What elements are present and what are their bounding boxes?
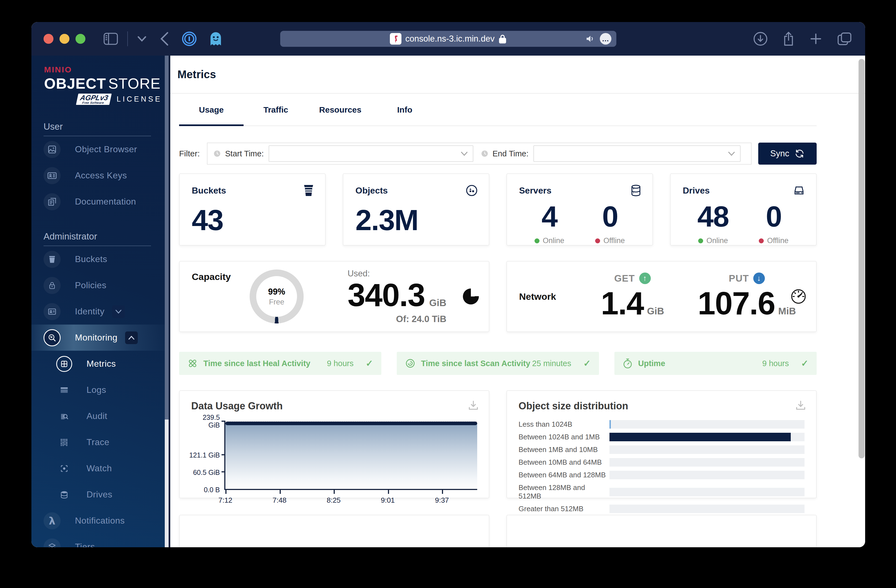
ghostery-extension-icon[interactable] xyxy=(209,31,222,47)
put-down-arrow-icon: ↓ xyxy=(753,272,765,284)
mute-speaker-icon[interactable] xyxy=(585,34,596,43)
sidebar-item-access-keys[interactable]: Access Keys xyxy=(44,163,169,188)
onepassword-extension-icon[interactable] xyxy=(182,31,197,46)
x-tick-mark xyxy=(334,490,335,494)
sidebar-item-buckets[interactable]: Buckets xyxy=(44,246,169,272)
sidebar-item-label: Notifications xyxy=(75,516,125,526)
sidebar-item-notifications[interactable]: λ Notifications xyxy=(44,507,169,534)
y-axis-tick-label: 0.0 B xyxy=(204,486,220,494)
main-content: Metrics Usage Traffic Resources Info Fil… xyxy=(170,56,865,547)
partial-card xyxy=(179,515,489,547)
close-window-button[interactable] xyxy=(44,34,53,44)
bar-category-label: Between 10MB and 64MB xyxy=(518,458,610,466)
back-button-icon[interactable] xyxy=(160,32,169,46)
monitoring-collapse-chevron[interactable] xyxy=(125,331,138,344)
bar xyxy=(610,420,611,428)
heal-icon xyxy=(187,358,198,369)
get-label: GET xyxy=(614,273,635,284)
objects-card-title: Objects xyxy=(355,185,477,196)
bar-category-label: Between 128MB and 512MB xyxy=(518,483,610,500)
sidebar-item-label: Audit xyxy=(87,411,107,421)
bar-row: Greater than 512MB xyxy=(518,504,805,513)
x-axis-tick-label: 7:12 xyxy=(218,496,233,504)
heal-activity-value: 9 hours xyxy=(327,359,354,368)
watch-icon xyxy=(56,460,72,477)
sidebar-item-label: Tiers xyxy=(75,542,95,547)
object-browser-icon xyxy=(44,141,61,158)
address-bar[interactable]: console.ns-3.ic.min.dev … xyxy=(280,31,616,47)
usage-series-line xyxy=(226,421,477,425)
bucket-icon xyxy=(303,184,314,196)
browser-window: console.ns-3.ic.min.dev … xyxy=(31,22,865,547)
share-icon[interactable] xyxy=(782,31,795,46)
minimize-window-button[interactable] xyxy=(59,34,69,44)
tab-overview-icon[interactable] xyxy=(837,32,852,46)
bar-category-label: Less than 1024B xyxy=(518,420,610,428)
sidebar-item-object-browser[interactable]: Object Browser xyxy=(44,136,169,163)
tab-traffic[interactable]: Traffic xyxy=(244,105,308,126)
download-chart-icon[interactable] xyxy=(795,399,807,411)
y-axis-tick-label: 239.5GiB xyxy=(203,414,220,429)
site-favicon-minio xyxy=(390,33,401,45)
agpl-badge: AGPLv3 Free Software xyxy=(76,94,112,105)
tab-resources[interactable]: Resources xyxy=(308,105,372,126)
sync-button[interactable]: Sync xyxy=(758,143,817,165)
sidebar-item-trace[interactable]: Trace xyxy=(44,429,169,455)
heal-activity-label: Time since last Heal Activity xyxy=(203,359,310,368)
minio-logo: MINIO OBJECTSTORE AGPLv3 Free Software L… xyxy=(44,65,169,105)
trace-icon xyxy=(56,435,72,450)
tab-usage[interactable]: Usage xyxy=(179,105,244,126)
start-time-select[interactable] xyxy=(269,145,473,162)
bar-category-label: Between 64MB and 128MB xyxy=(518,471,610,479)
sidebar-item-policies[interactable]: Policies xyxy=(44,272,169,298)
capacity-donut-chart: 99% Free xyxy=(250,269,304,324)
sidebar-item-tiers[interactable]: Tiers xyxy=(44,534,169,547)
tab-info[interactable]: Info xyxy=(372,105,437,126)
identity-expand-chevron[interactable] xyxy=(112,305,125,318)
sidebar-item-label: Object Browser xyxy=(75,144,137,155)
downloads-icon[interactable] xyxy=(753,32,768,46)
sidebar-item-logs[interactable]: Logs xyxy=(44,377,169,403)
sidebar-item-identity[interactable]: Identity xyxy=(44,298,169,325)
sidebar-item-drives[interactable]: Drives xyxy=(44,482,169,507)
x-axis-tick-label: 9:37 xyxy=(435,496,449,504)
main-scrollbar[interactable] xyxy=(858,58,865,545)
object-size-distribution-title: Object size distribution xyxy=(518,400,805,412)
policies-lock-icon xyxy=(44,277,61,294)
page-settings-ellipsis-button[interactable]: … xyxy=(600,33,611,45)
download-chart-icon[interactable] xyxy=(467,399,479,411)
sidebar-item-documentation[interactable]: Documentation xyxy=(44,188,169,215)
check-icon: ✓ xyxy=(583,358,591,369)
main-scrollbar-thumb[interactable] xyxy=(858,59,865,458)
sidebar-item-label: Documentation xyxy=(75,196,136,207)
sidebar-item-metrics[interactable]: Metrics xyxy=(44,351,169,377)
end-time-select[interactable] xyxy=(533,145,741,162)
buckets-icon xyxy=(44,251,61,268)
zoom-window-button[interactable] xyxy=(76,34,85,44)
check-icon: ✓ xyxy=(366,358,373,369)
new-tab-icon[interactable] xyxy=(809,32,822,45)
object-size-distribution-card: Object size distribution Less than 1024B… xyxy=(506,390,817,498)
servers-icon xyxy=(630,184,642,196)
offline-label: Offline xyxy=(603,237,625,245)
chevron-down-icon[interactable] xyxy=(137,36,146,42)
end-time-label: End Time: xyxy=(493,149,529,158)
online-dot xyxy=(698,239,703,243)
sidebar-item-label: Trace xyxy=(87,437,110,447)
documentation-icon xyxy=(44,193,61,210)
bar xyxy=(610,433,791,441)
sidebar-item-audit[interactable]: Audit xyxy=(44,403,169,429)
logo-brand-text: MINIO xyxy=(44,65,72,74)
sidebar-item-monitoring[interactable]: Monitoring xyxy=(31,325,172,351)
sidebar-item-watch[interactable]: Watch xyxy=(44,455,169,482)
offline-label: Offline xyxy=(767,237,789,245)
sidebar-toggle-icon[interactable] xyxy=(104,33,118,45)
online-label: Online xyxy=(706,237,728,245)
logo-title-bold: OBJECT xyxy=(44,75,106,92)
lambda-notifications-icon: λ xyxy=(44,512,61,529)
data-usage-growth-card: Data Usage Growth 239.5GiB 121.1 GiB 60.… xyxy=(179,390,489,498)
sidebar-scrollbar[interactable] xyxy=(165,56,169,547)
sidebar-item-label: Metrics xyxy=(87,359,116,369)
get-value: 1.4 xyxy=(601,287,644,321)
sidebar-scrollbar-thumb[interactable] xyxy=(165,56,169,419)
